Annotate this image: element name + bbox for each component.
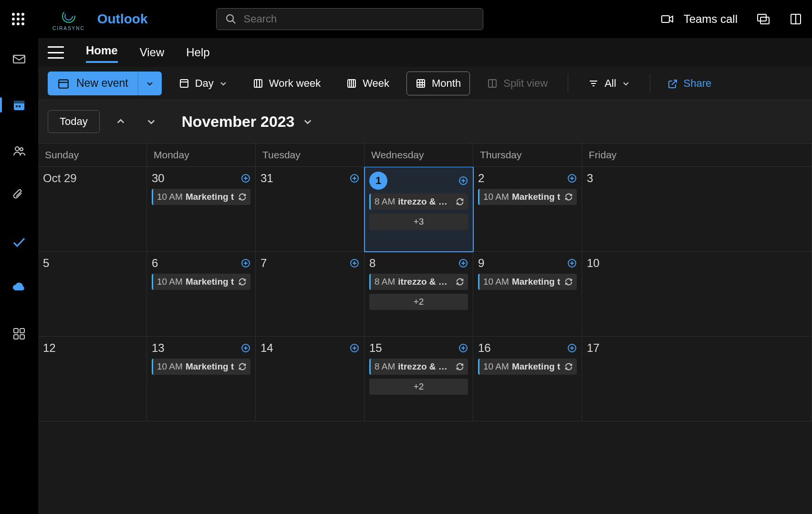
calendar-event[interactable]: 10 AMMarketing t <box>152 189 250 205</box>
day-number-row: Oct 29 <box>43 172 142 185</box>
day-number: 12 <box>43 341 56 355</box>
svg-rect-17 <box>20 329 24 333</box>
view-day[interactable]: Day <box>170 72 236 95</box>
more-events-button[interactable]: +3 <box>369 214 468 230</box>
new-event-dropdown[interactable] <box>138 72 162 95</box>
day-number: 17 <box>587 341 600 355</box>
event-title: itrezzo & Cira <box>398 361 453 372</box>
add-event-button[interactable] <box>567 174 577 183</box>
day-number-row: 17 <box>587 341 807 355</box>
view-month[interactable]: Month <box>406 72 470 95</box>
calendar-cell[interactable]: 610 AMMarketing t <box>147 252 256 337</box>
rail-files[interactable] <box>5 187 33 206</box>
add-event-button[interactable] <box>241 258 250 268</box>
month-picker[interactable]: November 2023 <box>182 113 313 131</box>
day-number: 16 <box>478 341 491 355</box>
add-event-button[interactable] <box>350 258 359 268</box>
calendar-event[interactable]: 8 AMitrezzo & Cira <box>369 359 468 375</box>
add-event-button[interactable] <box>241 174 250 183</box>
teams-call-button[interactable]: Teams call <box>661 12 738 26</box>
recurring-badge <box>456 362 464 371</box>
add-event-button[interactable] <box>567 258 577 268</box>
calendar-cell[interactable]: 18 AMitrezzo & Cira+3 <box>364 167 473 252</box>
calendar-cell[interactable]: 17 <box>582 337 812 421</box>
search-box[interactable] <box>216 8 483 30</box>
app-root: CIRASYNC Outlook Teams call <box>0 0 812 514</box>
rail-calendar[interactable] <box>5 95 33 114</box>
search-input[interactable] <box>244 13 475 25</box>
chevron-down-icon <box>146 117 156 126</box>
view-work-week[interactable]: Work week <box>244 72 329 95</box>
calendar-event[interactable]: 8 AMitrezzo & Cira <box>369 274 468 290</box>
svg-point-15 <box>20 148 23 151</box>
chevron-up-icon <box>116 117 125 126</box>
prev-month-button[interactable] <box>111 112 130 131</box>
tab-help[interactable]: Help <box>186 44 209 61</box>
filter-button[interactable]: All <box>580 72 638 95</box>
view-week[interactable]: Week <box>338 72 398 95</box>
tab-home[interactable]: Home <box>86 42 118 63</box>
calendar-event[interactable]: 10 AMMarketing t <box>478 359 577 375</box>
body: Home View Help New event Day <box>0 38 812 514</box>
calendar-cell[interactable]: 10 <box>582 252 812 337</box>
hamburger-icon[interactable] <box>48 46 64 59</box>
day-number: 15 <box>369 341 382 355</box>
new-event-button[interactable]: New event <box>48 72 138 95</box>
add-event-button[interactable] <box>458 258 468 268</box>
view-week-label: Week <box>363 77 389 90</box>
calendar-cell[interactable]: 3 <box>582 167 812 252</box>
add-event-icon <box>241 174 250 183</box>
tab-view[interactable]: View <box>140 44 165 61</box>
rail-apps[interactable] <box>5 324 33 343</box>
add-event-button[interactable] <box>458 176 468 185</box>
calendar-cell[interactable]: 14 <box>256 337 364 421</box>
day-number: 10 <box>587 257 600 270</box>
recurring-icon <box>564 362 573 371</box>
calendar-event[interactable]: 10 AMMarketing t <box>152 274 250 290</box>
calendar-cell[interactable]: 1610 AMMarketing t <box>473 337 582 421</box>
calendar-cell[interactable]: 5 <box>38 252 147 337</box>
app-launcher-icon[interactable] <box>10 10 27 28</box>
day-number-row: 2 <box>478 172 577 185</box>
add-event-button[interactable] <box>567 343 577 353</box>
more-events-button[interactable]: +2 <box>369 294 468 310</box>
day-header: Friday <box>582 144 812 166</box>
calendar-event[interactable]: 8 AMitrezzo & Cira <box>369 194 468 210</box>
add-event-button[interactable] <box>458 343 468 353</box>
calendar-cell[interactable]: 88 AMitrezzo & Cira+2 <box>364 252 473 337</box>
calendar-cell[interactable]: 3010 AMMarketing t <box>147 167 256 252</box>
add-event-button[interactable] <box>241 343 250 353</box>
more-events-button[interactable]: +2 <box>369 379 468 395</box>
calendar-cell[interactable]: 31 <box>256 167 364 252</box>
calendar-cell[interactable]: 910 AMMarketing t <box>473 252 582 337</box>
calendar-event[interactable]: 10 AMMarketing t <box>478 189 577 205</box>
event-title: Marketing t <box>186 277 234 287</box>
calendar-cell[interactable]: 12 <box>38 337 147 421</box>
calendar-cell[interactable]: 158 AMitrezzo & Cira+2 <box>364 337 473 421</box>
add-event-icon <box>350 258 359 268</box>
svg-rect-16 <box>14 329 18 333</box>
add-event-button[interactable] <box>350 343 359 353</box>
rail-todo[interactable] <box>5 233 33 252</box>
chat-icon[interactable] <box>757 12 770 26</box>
app-name[interactable]: Outlook <box>97 11 148 27</box>
add-event-button[interactable] <box>350 174 359 183</box>
new-event-split-button: New event <box>48 72 162 95</box>
recurring-badge <box>238 193 247 201</box>
day-number-row: 7 <box>260 257 359 270</box>
calendar-event[interactable]: 10 AMMarketing t <box>152 359 250 375</box>
svg-rect-31 <box>417 80 425 87</box>
event-time: 10 AM <box>157 361 183 372</box>
calendar-cell[interactable]: Oct 29 <box>38 167 147 252</box>
share-button[interactable]: Share <box>662 77 718 90</box>
notes-icon[interactable] <box>789 12 802 26</box>
rail-onedrive[interactable] <box>5 278 33 298</box>
calendar-cell[interactable]: 7 <box>256 252 364 337</box>
calendar-cell[interactable]: 1310 AMMarketing t <box>147 337 256 421</box>
rail-people[interactable] <box>5 141 33 160</box>
rail-mail[interactable] <box>5 50 33 69</box>
today-button[interactable]: Today <box>48 110 100 133</box>
next-month-button[interactable] <box>142 112 161 131</box>
calendar-event[interactable]: 10 AMMarketing t <box>478 274 577 290</box>
calendar-cell[interactable]: 210 AMMarketing t <box>473 167 582 252</box>
